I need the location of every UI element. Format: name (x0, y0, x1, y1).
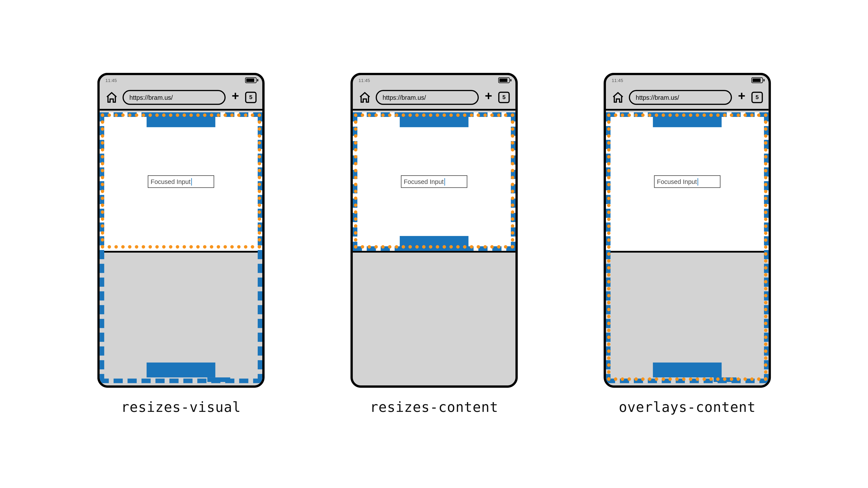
tab-count[interactable]: 5 (498, 91, 509, 103)
text-cursor (444, 178, 445, 185)
viewport-area: Focused Input (353, 112, 516, 385)
fixed-bottom-element (400, 236, 468, 251)
caption: resizes-content (370, 399, 498, 415)
caption: overlays-content (619, 399, 755, 415)
url-input[interactable]: https://bram.us/ (122, 90, 225, 105)
focused-input[interactable]: Focused Input (654, 175, 720, 188)
phone-frame: 11:45 https://bram.us/ + 5 Focused Input (97, 73, 265, 388)
battery-icon (498, 77, 509, 83)
url-input[interactable]: https://bram.us/ (375, 90, 478, 105)
tab-count[interactable]: 5 (245, 91, 256, 103)
fixed-bottom-accent (207, 378, 230, 382)
fixed-top-element (400, 112, 468, 127)
status-time: 11:45 (105, 78, 117, 83)
status-bar: 11:45 (353, 75, 516, 86)
phone-frame: 11:45 https://bram.us/ + 5 Focused Input (603, 73, 771, 388)
battery-icon (751, 77, 763, 83)
status-bar: 11:45 (100, 75, 262, 86)
diagram-row: 11:45 https://bram.us/ + 5 Focused Input (97, 73, 771, 415)
fixed-top-element (147, 112, 215, 127)
url-bar: https://bram.us/ + 5 (606, 86, 769, 110)
plus-icon[interactable]: + (230, 92, 241, 102)
viewport-area: Focused Input (606, 112, 769, 385)
fixed-bottom-element (653, 362, 721, 378)
home-icon[interactable] (359, 91, 371, 103)
focused-input[interactable]: Focused Input (401, 175, 467, 188)
fixed-bottom-accent (714, 378, 737, 382)
viewport-area: Focused Input (100, 112, 262, 385)
plus-icon[interactable]: + (483, 92, 494, 102)
home-icon[interactable] (105, 91, 118, 103)
status-time: 11:45 (612, 78, 623, 83)
content-region: Focused Input (100, 112, 262, 251)
url-input[interactable]: https://bram.us/ (629, 90, 732, 105)
url-bar: https://bram.us/ + 5 (353, 86, 516, 110)
focused-input[interactable]: Focused Input (148, 175, 214, 188)
content-region: Focused Input (606, 112, 769, 251)
column-resizes-visual: 11:45 https://bram.us/ + 5 Focused Input (97, 73, 265, 415)
tab-count[interactable]: 5 (751, 91, 763, 103)
keyboard-region (353, 251, 516, 385)
url-bar: https://bram.us/ + 5 (100, 86, 262, 110)
status-time: 11:45 (359, 78, 370, 83)
column-overlays-content: 11:45 https://bram.us/ + 5 Focused Input (603, 73, 771, 415)
text-cursor (697, 178, 698, 185)
status-bar: 11:45 (606, 75, 769, 86)
home-icon[interactable] (612, 91, 624, 103)
plus-icon[interactable]: + (736, 92, 747, 102)
text-cursor (191, 178, 192, 185)
battery-icon (245, 77, 256, 83)
fixed-top-element (653, 112, 721, 127)
phone-frame: 11:45 https://bram.us/ + 5 Focused Input (350, 73, 518, 388)
content-region: Focused Input (353, 112, 516, 251)
fixed-bottom-element (147, 362, 215, 378)
column-resizes-content: 11:45 https://bram.us/ + 5 Focused Input (350, 73, 518, 415)
caption: resizes-visual (121, 399, 241, 415)
